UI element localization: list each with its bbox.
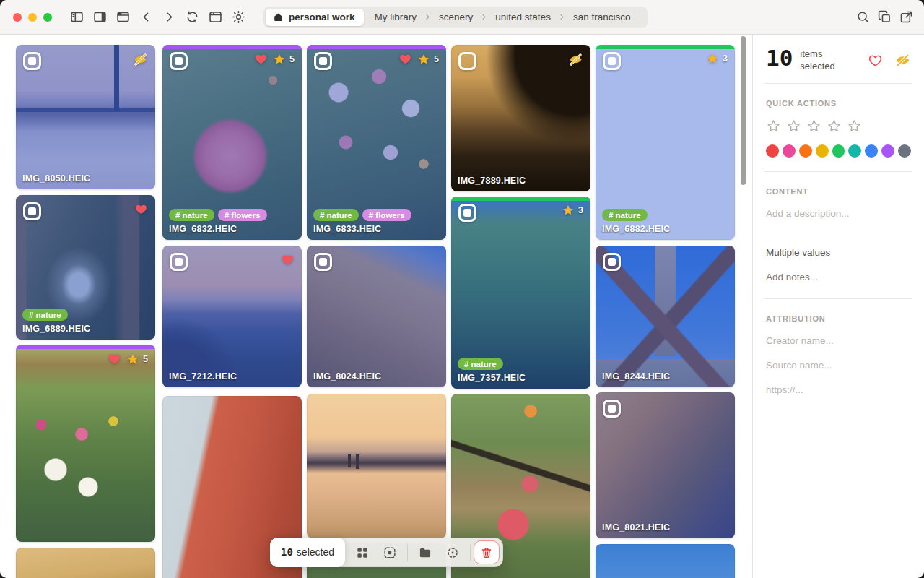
color-label-dot[interactable] [865,144,878,158]
breadcrumb-item[interactable]: san francisco [570,12,635,22]
tile-badges: 5 [254,52,295,66]
rating-star-2[interactable] [786,118,801,134]
photo-tile-forest-cemetery[interactable]: # natureIMG_6889.HEIC [16,195,155,340]
tile-badges: 3 [706,52,728,65]
tile-checkbox[interactable] [603,52,621,70]
tag-pill[interactable]: # flowers [218,209,267,221]
rating-star-4[interactable] [827,118,842,134]
breadcrumb-root[interactable]: personal work [266,9,364,26]
selected-items-count: 10 [766,46,793,70]
tile-checkbox[interactable] [603,400,621,418]
tile-tags: # nature [22,309,149,321]
app-window-icon[interactable] [208,9,223,25]
search-icon[interactable] [855,9,871,25]
color-label-dot[interactable] [881,144,894,158]
photo-tile-sand-dune[interactable] [16,548,155,578]
color-label-dot[interactable] [898,144,911,158]
photo-tile-dahlia-flower[interactable]: 5# nature# flowersIMG_6832.HEIC [162,45,302,240]
move-to-folder-button[interactable] [413,540,437,565]
notes-field[interactable]: Add notes... [766,272,911,282]
photo-tile-palace-columns[interactable]: IMG_8024.HEIC [307,246,446,387]
tile-checkbox[interactable] [170,253,188,271]
tile-checkbox[interactable] [314,52,332,70]
tile-checkbox[interactable] [314,253,332,271]
tile-checkbox[interactable] [603,253,621,271]
rating-star-1[interactable] [766,118,781,134]
tag-pill[interactable]: # nature [458,358,503,370]
photo-tile-wooden-spire[interactable]: 3# natureIMG_6882.HEIC [596,45,735,240]
color-label-dot[interactable] [848,144,861,158]
delete-button[interactable] [474,540,500,564]
tile-checkbox[interactable] [170,52,188,70]
tab-window-icon[interactable] [116,9,131,25]
color-label-dot[interactable] [832,144,845,158]
url-field[interactable]: https://... [766,384,911,395]
hide-toggle-button[interactable] [894,52,911,69]
selected-items-caption: items selected [800,46,834,73]
photo-tile-palace-frieze[interactable]: IMG_8021.HEIC [596,392,735,538]
toolbar-divider [470,544,471,561]
favorite-icon [398,52,412,66]
tile-badges [133,52,148,67]
toolbar-right-icons [855,9,914,25]
tile-checkbox[interactable] [23,202,41,220]
scrollbar-thumb[interactable] [741,36,746,185]
tag-pill[interactable]: # nature [22,309,68,321]
favorite-toggle-button[interactable] [868,53,883,68]
tile-filename: IMG_6832.HEIC [169,224,295,234]
tile-filename: IMG_7889.HEIC [458,176,584,186]
sidebar-left-icon[interactable] [69,9,84,25]
photo-tile-obelisk-chains[interactable]: IMG_8244.HEIC [596,246,735,387]
color-label-dot[interactable] [816,144,829,158]
find-similar-button[interactable] [440,540,465,565]
chevron-right-icon [423,12,432,22]
tags-field[interactable]: Multiple values [766,247,911,258]
forward-icon[interactable] [162,9,177,25]
photo-tile-dusk-seascape[interactable]: IMG_7212.HEIC [162,246,302,387]
copy-icon[interactable] [877,9,892,25]
breadcrumb-item[interactable]: united states [492,12,554,22]
hidden-eye-icon [133,52,148,67]
tile-checkbox[interactable] [23,52,41,70]
source-field[interactable]: Source name... [766,360,911,371]
photo-tile-dahlia-garden[interactable]: 5 [16,345,155,542]
photo-tile-forest-trees[interactable]: 3# natureIMG_7357.HEIC [451,197,590,389]
close-button[interactable] [13,13,22,22]
creator-field[interactable]: Creator name... [766,335,911,346]
sidebar-right-icon[interactable] [92,9,108,25]
photo-tile-dark-coast-sunset[interactable]: IMG_7889.HEIC [451,45,590,191]
photo-tile-golden-gate-reflection[interactable]: IMG_8050.HEIC [16,45,155,189]
breadcrumb-item[interactable]: scenery [435,12,476,22]
tag-pill[interactable]: # nature [169,209,214,221]
tile-info: IMG_7212.HEIC [169,371,295,381]
auto-arrange-button[interactable] [378,540,402,565]
breadcrumb-item[interactable]: My library [371,12,421,22]
photo-tile-blue-sky[interactable] [596,544,735,578]
zoom-button[interactable] [43,13,52,22]
tag-pill[interactable]: # nature [313,209,359,221]
selection-count: 10 selected [270,538,345,567]
divider [764,83,912,84]
back-icon[interactable] [139,9,154,25]
photo-tile-striped-dahlias[interactable]: 5# nature# flowersIMG_6833.HEIC [307,45,446,240]
grid-view-button[interactable] [350,540,375,565]
star-rating-count: 5 [434,54,439,64]
settings-icon[interactable] [231,9,246,25]
refresh-icon[interactable] [185,9,200,25]
color-label-dot[interactable] [766,144,779,158]
tile-checkbox[interactable] [458,204,476,222]
minimize-button[interactable] [28,13,37,22]
color-label-dot[interactable] [783,144,796,158]
rating-star-3[interactable] [806,118,821,134]
tile-info: # nature# flowersIMG_6833.HEIC [313,209,440,234]
tag-pill[interactable]: # nature [602,209,648,221]
tile-tags: # nature [602,209,728,221]
tile-checkbox[interactable] [458,52,476,70]
tag-pill[interactable]: # flowers [362,209,411,221]
description-field[interactable]: Add a description... [766,208,911,219]
star-rating-count: 5 [289,54,295,64]
photo-tile-couple-sunset-beach[interactable] [307,394,446,538]
open-external-icon[interactable] [899,9,914,25]
color-label-dot[interactable] [799,144,812,158]
rating-star-5[interactable] [847,118,862,134]
